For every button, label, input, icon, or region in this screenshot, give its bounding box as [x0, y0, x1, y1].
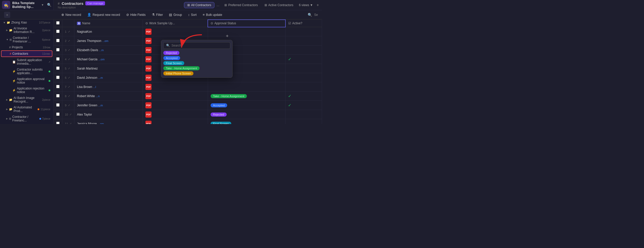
bulk-update-button[interactable]: ≡ Bulk update: [200, 12, 225, 18]
row-checkbox[interactable]: [56, 30, 60, 33]
expand-icon[interactable]: ⤢: [68, 49, 70, 51]
chevron-right-icon-4: ▶: [6, 117, 8, 120]
row-checkbox[interactable]: [56, 112, 60, 116]
row-name-cell: Jessica Moore ...om: [74, 119, 143, 124]
sidebar-item-contractor-submits[interactable]: ⚡ Contractor submits applicatio...: [1, 67, 52, 76]
dropdown-option-accepted[interactable]: Accepted: [163, 56, 230, 60]
tab-all-contractors[interactable]: ⊞ All Contractors: [184, 2, 215, 8]
hide-fields-button[interactable]: ⊘ Hide Fields: [124, 12, 148, 18]
name-link[interactable]: ...l: [93, 85, 96, 88]
tab-active-contractors[interactable]: ⊞ Active Contractors: [261, 2, 296, 8]
row-checkbox[interactable]: [56, 39, 60, 42]
add-status-button[interactable]: +: [222, 32, 232, 40]
sort-button[interactable]: ↕ Sort: [186, 12, 199, 18]
dropdown-option-rejected[interactable]: Rejected: [163, 51, 230, 55]
sidebar-toolbar-spacer: ≡: [4, 12, 58, 18]
expand-icon[interactable]: ⤢: [70, 122, 72, 124]
row-status-cell[interactable]: Rejected: [208, 110, 285, 119]
expand-icon[interactable]: ⤢: [68, 85, 70, 88]
row-checkbox[interactable]: [56, 85, 60, 88]
pdf-icon[interactable]: PDF: [145, 29, 152, 35]
sidebar-item-contractor-freelancer[interactable]: ▼ ⊞ Contractor / Freelancer ... 6piece: [1, 35, 52, 44]
expand-icon[interactable]: ⤢: [68, 95, 70, 97]
search-icon: 🔍: [166, 44, 170, 47]
pdf-icon[interactable]: PDF: [145, 93, 152, 99]
dropdown-option-final-screen[interactable]: Final Screen: [163, 61, 230, 65]
sidebar-item-projects[interactable]: # Projects 10row: [1, 44, 52, 50]
dropdown-option-phone-screen[interactable]: Initial Phone Screen: [163, 71, 230, 75]
name-link[interactable]: ...om: [102, 39, 108, 42]
expand-icon[interactable]: ⤢: [68, 104, 70, 107]
row-status-cell[interactable]: [208, 82, 285, 92]
active-checkmark: ✓: [288, 103, 291, 107]
row-name: Robert White: [77, 94, 95, 98]
workspace-name[interactable]: Bika Template Building Sp...: [12, 1, 40, 9]
app-icon[interactable]: 🧙: [2, 1, 10, 9]
row-status-cell[interactable]: Accepted: [208, 101, 285, 110]
name-link[interactable]: ...om: [98, 58, 105, 61]
row-status-cell[interactable]: Final Screen: [208, 119, 285, 124]
pdf-icon[interactable]: PDF: [145, 38, 152, 44]
pdf-icon[interactable]: PDF: [145, 84, 152, 90]
dropdown-option-takehome[interactable]: Take - Home Assignment: [163, 66, 230, 70]
expand-icon[interactable]: ⤢: [68, 39, 70, 42]
root-label: Zhong Xiao: [11, 21, 38, 24]
pdf-icon[interactable]: PDF: [145, 75, 152, 81]
sidebar-toggle-button[interactable]: ≡: [4, 12, 10, 18]
row-checkbox[interactable]: [56, 48, 60, 51]
sidebar-item-contractors[interactable]: # Contractors 11row: [1, 50, 52, 57]
pdf-icon[interactable]: PDF: [145, 65, 152, 72]
sidebar-item-ai-invoice[interactable]: ▶ 📁 AI Invoice Information R... 2piece: [1, 26, 52, 35]
name-link[interactable]: ...n: [96, 95, 100, 98]
row-checkbox[interactable]: [56, 103, 60, 107]
status-dot-green-1: [49, 71, 50, 72]
views-count[interactable]: 6 views ▼: [297, 2, 315, 8]
row-status-cell[interactable]: [208, 27, 285, 36]
sidebar-item-approval-notice[interactable]: ⚡ Application approval notice: [1, 76, 52, 85]
row-checkbox[interactable]: [56, 122, 60, 124]
expand-icon[interactable]: ⤢: [68, 30, 70, 33]
filter-button[interactable]: ⚗ Filter: [149, 12, 166, 18]
name-link[interactable]: ...m: [98, 76, 103, 79]
row-checkbox[interactable]: [56, 57, 60, 61]
pdf-icon[interactable]: PDF: [145, 56, 152, 62]
name-link[interactable]: ...m: [99, 49, 103, 52]
tab-preferred-contractors[interactable]: ⊞ Preferred Contractors: [221, 2, 261, 8]
new-record-button[interactable]: ⊕ New record: [59, 12, 84, 18]
pdf-icon[interactable]: PDF: [145, 102, 152, 108]
row-checkbox[interactable]: [56, 94, 60, 97]
pdf-icon[interactable]: PDF: [145, 121, 152, 124]
row-checkbox[interactable]: [56, 76, 60, 79]
sidebar-item-ai-automated[interactable]: ▶ 📁 AI Automated Prod... 11piece: [1, 105, 52, 114]
dropdown-search-input[interactable]: [171, 44, 227, 47]
sidebar-root-item[interactable]: ▼ 📁 Zhong Xiao 107piece: [1, 20, 52, 25]
row-status-cell[interactable]: Take - Home Assignment: [208, 92, 285, 101]
group-button[interactable]: ▤ Group: [166, 12, 184, 18]
sidebar-item-contractor-2[interactable]: ▶ ⊞ Contractor / Freelanc... 7piece: [1, 114, 52, 123]
workspace-search-icon[interactable]: 🔍: [47, 3, 51, 7]
select-all-checkbox[interactable]: [56, 21, 60, 25]
sidebar-item-ai-batch[interactable]: ▶ 📁 AI Batch Image Recognit... 2piece: [1, 95, 52, 104]
row-checkbox[interactable]: [56, 66, 60, 70]
th-rownum: [62, 20, 74, 27]
sidebar-item-employee-training[interactable]: ▶ 📁 Employee training mana... 7piece: [1, 123, 52, 124]
name-link[interactable]: ...m: [98, 104, 103, 107]
pdf-icon[interactable]: PDF: [145, 111, 152, 118]
request-record-button[interactable]: 👤 Request new record: [85, 12, 122, 18]
expand-icon[interactable]: ⤢: [68, 58, 70, 61]
pdf-icon[interactable]: PDF: [145, 47, 152, 53]
row-number: 2: [65, 39, 66, 42]
tab-more-icon[interactable]: ...: [215, 2, 221, 8]
name-link[interactable]: ...om: [98, 122, 104, 124]
sort-label: Sort: [191, 13, 197, 17]
row-checkbox-cell: [54, 55, 62, 64]
can-manage-badge[interactable]: Can manage: [85, 1, 105, 5]
expand-icon[interactable]: ⤢: [70, 113, 72, 116]
sidebar-item-rejection-notice[interactable]: ⚡ Application rejection notice: [1, 86, 52, 95]
toolbar-search-icon[interactable]: 🔍: [308, 13, 312, 17]
expand-icon[interactable]: ⤢: [68, 76, 70, 79]
sidebar-item-submit-app[interactable]: 📋 Submit application immedia... ↗: [1, 57, 52, 66]
add-view-button[interactable]: +: [316, 2, 320, 8]
final-screen-badge: Final Screen: [163, 61, 184, 65]
expand-icon[interactable]: ⤢: [68, 67, 70, 70]
